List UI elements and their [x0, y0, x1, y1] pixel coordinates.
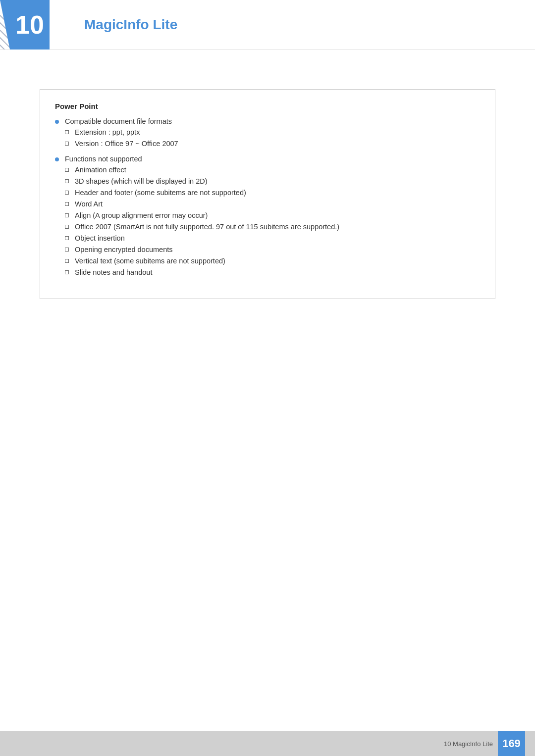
sub-item-text: 3D shapes (which will be displayed in 2D…	[75, 177, 480, 185]
list-item: Animation effect	[65, 166, 480, 174]
page-number: 169	[498, 731, 525, 756]
page-header: 10 MagicInfo Lite	[0, 0, 535, 50]
list-item: Functions not supported Animation effect…	[55, 155, 480, 280]
footer-text: 10 MagicInfo Lite	[444, 740, 493, 748]
sub-item-text: Office 2007 (SmartArt is not fully suppo…	[75, 223, 480, 231]
bullet-dot	[55, 120, 59, 124]
sub-item-text: Slide notes and handout	[75, 268, 480, 276]
list-item: Opening encrypted documents	[65, 246, 480, 253]
sub-bullet	[65, 236, 69, 240]
sub-bullet	[65, 202, 69, 206]
sub-bullet	[65, 130, 69, 134]
main-content: Power Point Compatible document file for…	[0, 50, 535, 339]
page-title: MagicInfo Lite	[84, 17, 177, 33]
sub-item-text: Vertical text (some subitems are not sup…	[75, 257, 480, 265]
list-item: Vertical text (some subitems are not sup…	[65, 257, 480, 265]
sub-item-text: Version : Office 97 ~ Office 2007	[75, 140, 480, 148]
bullet-label: Compatible document file formats	[65, 117, 172, 125]
sub-item-text: Word Art	[75, 200, 480, 208]
list-item: Word Art	[65, 200, 480, 208]
sub-bullet	[65, 213, 69, 217]
list-item: Office 2007 (SmartArt is not fully suppo…	[65, 223, 480, 231]
section-title: Power Point	[55, 102, 480, 110]
sub-list: Animation effect 3D shapes (which will b…	[65, 166, 480, 276]
sub-item-text: Align (A group alignment error may occur…	[75, 211, 480, 219]
list-item: Extension : ppt, pptx	[65, 128, 480, 136]
sub-bullet	[65, 225, 69, 229]
sub-bullet	[65, 248, 69, 252]
sub-item-text: Extension : ppt, pptx	[75, 128, 480, 136]
sub-bullet	[65, 259, 69, 263]
list-item: Slide notes and handout	[65, 268, 480, 276]
list-item: Align (A group alignment error may occur…	[65, 211, 480, 219]
list-item: Header and footer (some subitems are not…	[65, 189, 480, 197]
sub-bullet	[65, 142, 69, 146]
sub-item-text: Opening encrypted documents	[75, 246, 480, 253]
list-item: Compatible document file formats Extensi…	[55, 117, 480, 151]
page-footer: 10 MagicInfo Lite 169	[0, 731, 535, 756]
bullet-dot	[55, 157, 59, 161]
sub-item-text: Header and footer (some subitems are not…	[75, 189, 480, 197]
sub-bullet	[65, 168, 69, 172]
content-box: Power Point Compatible document file for…	[40, 89, 495, 299]
list-item: Version : Office 97 ~ Office 2007	[65, 140, 480, 148]
sub-bullet	[65, 179, 69, 183]
sub-item-text: Animation effect	[75, 166, 480, 174]
sub-bullet	[65, 191, 69, 195]
chapter-number: 10	[15, 10, 44, 40]
list-item: 3D shapes (which will be displayed in 2D…	[65, 177, 480, 185]
list-item: Object insertion	[65, 234, 480, 242]
sub-list: Extension : ppt, pptx Version : Office 9…	[65, 128, 480, 148]
sub-item-text: Object insertion	[75, 234, 480, 242]
sub-bullet	[65, 270, 69, 274]
bullet-label: Functions not supported	[65, 155, 142, 163]
bullet-list: Compatible document file formats Extensi…	[55, 117, 480, 280]
